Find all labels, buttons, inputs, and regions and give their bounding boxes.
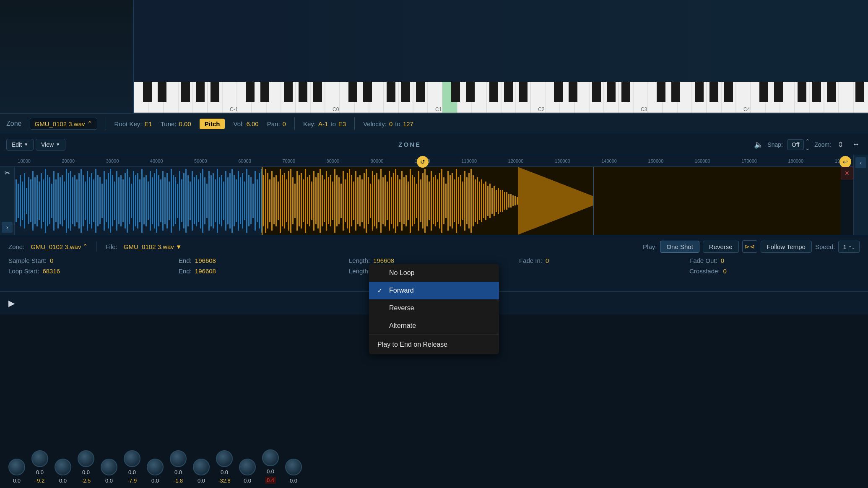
svg-rect-111 <box>49 177 50 224</box>
nav-arrow-right[interactable]: › <box>2 222 13 233</box>
svg-rect-148 <box>127 169 128 233</box>
edit-button[interactable]: Edit ▼ <box>6 139 34 151</box>
svg-rect-234 <box>305 169 306 233</box>
mixer-knob-6[interactable] <box>124 450 140 467</box>
svg-rect-141 <box>112 175 113 226</box>
one-shot-button[interactable]: One Shot <box>660 241 699 253</box>
svg-rect-155 <box>141 169 143 233</box>
svg-rect-55 <box>211 82 219 102</box>
svg-rect-194 <box>223 182 224 220</box>
svg-rect-230 <box>296 171 298 231</box>
mixer-channel-13: 0.0 <box>285 459 302 484</box>
mixer-knob-2[interactable] <box>31 450 48 467</box>
end-icon[interactable]: ↩ <box>839 156 851 168</box>
speed-arrows: ⌃⌄ <box>848 245 855 250</box>
mixer-knob-8[interactable] <box>170 450 187 467</box>
ruler-mark: 120000 <box>508 158 524 164</box>
forward-check: ✓ <box>377 287 385 294</box>
dropdown-alternate[interactable]: Alternate <box>369 317 499 335</box>
dropdown-no-loop[interactable]: No Loop <box>369 264 499 282</box>
mixer-knob-4[interactable] <box>78 450 94 467</box>
svg-rect-265 <box>370 184 371 218</box>
svg-rect-191 <box>217 169 218 233</box>
scissors-button[interactable]: ✂ <box>5 169 10 177</box>
speaker-button[interactable]: 🔈 <box>754 140 763 149</box>
svg-rect-333 <box>512 195 514 206</box>
ruler-marks: 10000 20000 30000 40000 50000 60000 7000… <box>0 158 868 164</box>
mixer-knob-11[interactable] <box>239 459 256 475</box>
ruler-mark: 180000 <box>788 158 803 164</box>
svg-rect-176 <box>185 169 187 233</box>
svg-rect-79 <box>709 82 718 102</box>
speed-value-button[interactable]: 1 ⌃⌄ <box>838 241 860 253</box>
fade-in-col: Fade In: 0 <box>519 257 689 264</box>
svg-rect-174 <box>181 179 182 222</box>
mixer-channel-5: 0.0 <box>101 459 117 484</box>
bounce-icon[interactable]: ⊳⊲ <box>742 240 757 253</box>
svg-rect-142 <box>114 182 115 220</box>
svg-rect-154 <box>139 179 140 222</box>
svg-rect-244 <box>326 171 327 231</box>
file-name-button[interactable]: GMU_0102 3.wav ▼ <box>124 243 182 250</box>
svg-rect-314 <box>473 175 474 226</box>
svg-rect-323 <box>491 188 493 214</box>
nav-arrow-left[interactable]: ‹ <box>855 157 866 168</box>
remove-icon[interactable]: ✕ <box>841 167 853 179</box>
speed-label: Speed: <box>815 243 835 250</box>
reverse-button[interactable]: Reverse <box>703 241 739 253</box>
svg-rect-77 <box>671 82 680 102</box>
mixer-knob-5[interactable] <box>101 459 117 475</box>
ruler-mark: 160000 <box>695 158 710 164</box>
view-button[interactable]: View ▼ <box>36 139 65 151</box>
mixer-value-4: 0.0 <box>82 469 90 475</box>
svg-rect-305 <box>454 179 455 222</box>
sample-start-label: Sample Start: <box>8 257 47 264</box>
mixer-channel-4: 0.0 -2.5 <box>78 450 94 484</box>
svg-rect-139 <box>108 173 109 228</box>
svg-text:C1: C1 <box>435 106 442 112</box>
svg-rect-253 <box>345 179 346 222</box>
dropdown-reverse[interactable]: Reverse <box>369 299 499 317</box>
waveform-area[interactable]: 10000 20000 30000 40000 50000 60000 7000… <box>0 155 868 235</box>
svg-rect-208 <box>252 184 254 218</box>
svg-rect-204 <box>244 182 245 220</box>
svg-rect-332 <box>510 194 512 208</box>
svg-rect-293 <box>429 182 430 220</box>
follow-tempo-button[interactable]: Follow Tempo <box>761 241 812 253</box>
svg-rect-71 <box>554 82 563 102</box>
mixer-sub-8: -1.8 <box>174 478 183 484</box>
mixer-knob-7[interactable] <box>147 459 164 475</box>
sampler-play-button[interactable]: ▶ <box>8 298 15 308</box>
zoom-fit-button[interactable]: ⇕ <box>835 139 846 150</box>
svg-rect-233 <box>303 179 304 222</box>
loop-start-value: 68316 <box>42 267 60 275</box>
zone-name-button[interactable]: GMU_0102 3.wav ⌃ <box>30 118 97 130</box>
svg-rect-229 <box>294 184 296 218</box>
svg-rect-228 <box>292 177 294 224</box>
svg-rect-183 <box>200 173 201 228</box>
sample-length-col: Length: 196608 <box>349 257 519 264</box>
dropdown-play-to-end[interactable]: Play to End on Release <box>369 335 499 354</box>
svg-rect-58 <box>284 82 293 102</box>
snap-arrows: ⌃⌄ <box>805 138 810 151</box>
loop-start-icon[interactable]: ↺ <box>417 156 429 168</box>
ruler-mark: 20000 <box>62 158 75 164</box>
dropdown-forward[interactable]: ✓ Forward <box>369 282 499 299</box>
mixer-knob-13[interactable] <box>285 459 302 475</box>
svg-rect-173 <box>179 171 180 231</box>
zone-name-info-button[interactable]: GMU_0102 3.wav ⌃ <box>31 243 88 250</box>
svg-rect-138 <box>106 179 107 222</box>
svg-rect-283 <box>408 182 409 220</box>
svg-rect-217 <box>269 179 270 222</box>
pitch-button[interactable]: Pitch <box>200 119 225 129</box>
mixer-knob-12[interactable] <box>262 449 279 466</box>
svg-rect-319 <box>483 184 484 218</box>
zoom-full-button[interactable]: ↔ <box>850 139 862 150</box>
svg-rect-179 <box>192 171 193 231</box>
mixer-knob-9[interactable] <box>193 459 210 475</box>
mixer-knob-1[interactable] <box>8 459 25 475</box>
svg-rect-95 <box>16 179 17 222</box>
mixer-knob-10[interactable] <box>216 450 233 467</box>
svg-rect-251 <box>340 184 342 218</box>
mixer-knob-3[interactable] <box>55 459 71 475</box>
